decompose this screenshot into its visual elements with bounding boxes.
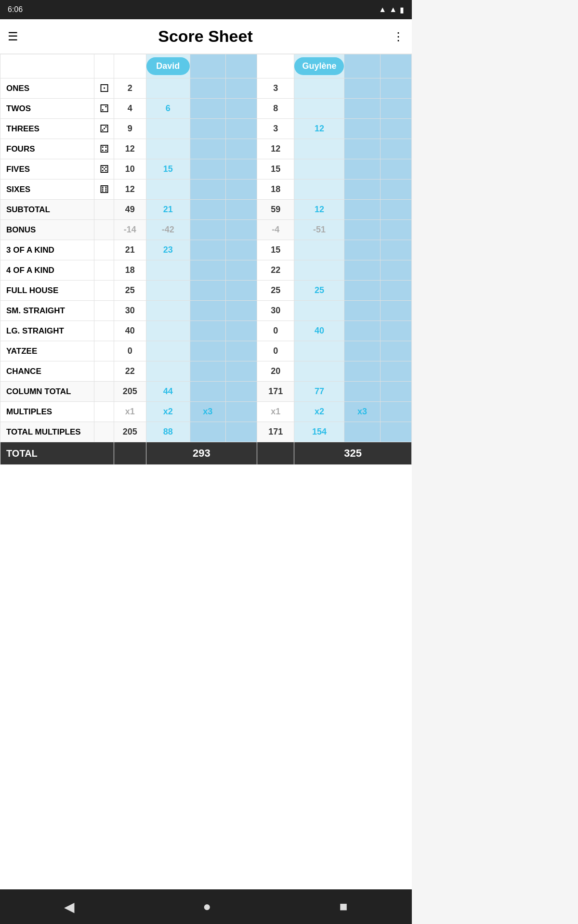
- total-divider: [257, 442, 294, 465]
- header-score-cell: [114, 54, 146, 78]
- dice-icon: [94, 402, 114, 422]
- row-label: FIVES: [0, 159, 94, 180]
- dice-icon: ⚄: [94, 159, 114, 180]
- base-score: 0: [114, 341, 146, 361]
- table-row: SIXES⚅1218: [0, 180, 412, 200]
- p2-base-score: 15: [257, 240, 294, 260]
- header-p2-score-cell: [257, 54, 294, 78]
- base-score: 12: [114, 180, 146, 200]
- base-score: 40: [114, 321, 146, 341]
- cell-value: 40: [294, 321, 344, 341]
- table-row: 3 OF A KIND212315: [0, 240, 412, 260]
- header-p2c-cell: [344, 54, 380, 78]
- p2-base-score: 22: [257, 260, 294, 281]
- header-p1c-cell: [225, 54, 257, 78]
- cell-value: 25: [294, 281, 344, 300]
- header-label-cell: [0, 54, 94, 78]
- page-title: Score Sheet: [18, 27, 393, 46]
- cell-value: x2: [146, 402, 190, 422]
- p2-base-score: 0: [257, 321, 294, 341]
- header-p1b-cell: [190, 54, 225, 78]
- row-label: TWOS: [0, 99, 94, 119]
- dice-icon: ⚂: [94, 119, 114, 139]
- table-row: MULTIPLESx1x2x3x1x2x3: [0, 402, 412, 422]
- base-score: 2: [114, 78, 146, 99]
- cell-value: x2: [294, 402, 344, 422]
- table-row: SUBTOTAL49215912: [0, 200, 412, 220]
- dice-icon: ⚅: [94, 180, 114, 200]
- p2-base-score: x1: [257, 402, 294, 422]
- table-row: ONES⚀23: [0, 78, 412, 99]
- row-label: COLUMN TOTAL: [0, 382, 94, 402]
- home-button[interactable]: ●: [203, 899, 211, 914]
- header-row: David Guylène: [0, 54, 412, 78]
- dice-icon: [94, 260, 114, 281]
- base-score: 18: [114, 260, 146, 281]
- battery-icon: ▮: [400, 5, 404, 14]
- cell-value: 44: [146, 382, 190, 401]
- dice-icon: [94, 301, 114, 321]
- p2-base-score: 25: [257, 281, 294, 301]
- row-label: FOURS: [0, 139, 94, 159]
- player1-total: 293: [146, 442, 257, 465]
- dice-icon: [94, 200, 114, 220]
- cell-value: 23: [146, 240, 190, 260]
- dice-icon: [94, 220, 114, 240]
- row-label: FULL HOUSE: [0, 281, 94, 301]
- row-label: SM. STRAIGHT: [0, 301, 94, 321]
- recent-button[interactable]: ■: [340, 899, 348, 914]
- base-score: 22: [114, 361, 146, 382]
- base-score: 49: [114, 200, 146, 220]
- p2-base-score: 171: [257, 422, 294, 442]
- header-dice-cell: [94, 54, 114, 78]
- table-row: TWOS⚁468: [0, 99, 412, 119]
- row-label: ONES: [0, 78, 94, 99]
- row-label: YATZEE: [0, 341, 94, 361]
- p2-base-score: 3: [257, 119, 294, 139]
- row-label: SIXES: [0, 180, 94, 200]
- p2-base-score: 15: [257, 159, 294, 180]
- menu-icon[interactable]: ☰: [8, 30, 18, 43]
- p2-base-score: 20: [257, 361, 294, 382]
- table-row: TOTAL MULTIPLES20588171154: [0, 422, 412, 442]
- score-sheet-content: David Guylène ONES⚀23TWOS⚁468THREES⚂9312…: [0, 54, 412, 889]
- dice-icon: ⚀: [94, 78, 114, 99]
- table-row: THREES⚂9312: [0, 119, 412, 139]
- table-row: CHANCE2220: [0, 361, 412, 382]
- p2-base-score: 3: [257, 78, 294, 99]
- base-score: 205: [114, 422, 146, 442]
- cell-value: x3: [344, 402, 380, 422]
- dice-icon: [94, 321, 114, 341]
- dice-icon: [94, 341, 114, 361]
- back-button[interactable]: ◀: [64, 899, 75, 915]
- player1-header: David: [146, 57, 190, 75]
- status-right: ▲ ▲ ▮: [379, 5, 404, 14]
- cell-value: 12: [294, 200, 344, 219]
- dice-icon: [94, 361, 114, 382]
- base-score: 4: [114, 99, 146, 119]
- cell-value: 77: [294, 382, 344, 401]
- base-score: 10: [114, 159, 146, 180]
- bottom-nav: ◀ ● ■: [0, 889, 412, 924]
- cell-value: 15: [146, 159, 190, 179]
- cell-value: 88: [146, 422, 190, 442]
- score-table: David Guylène ONES⚀23TWOS⚁468THREES⚂9312…: [0, 54, 412, 465]
- header-p2d-cell: [380, 54, 411, 78]
- cell-value: x3: [190, 402, 225, 422]
- status-left: 6:06: [8, 5, 23, 14]
- total-label: TOTAL: [0, 442, 114, 465]
- dice-icon: [94, 382, 114, 402]
- p2-base-score: 8: [257, 99, 294, 119]
- dice-icon: ⚃: [94, 139, 114, 159]
- base-score: 25: [114, 281, 146, 301]
- row-label: MULTIPLES: [0, 402, 94, 422]
- dice-icon: ⚁: [94, 99, 114, 119]
- more-options-icon[interactable]: ⋮: [393, 30, 404, 43]
- row-label: 3 OF A KIND: [0, 240, 94, 260]
- table-row: SM. STRAIGHT3030: [0, 301, 412, 321]
- table-row: FIVES⚄101515: [0, 159, 412, 180]
- base-score: 205: [114, 382, 146, 402]
- row-label: BONUS: [0, 220, 94, 240]
- top-bar: ☰ Score Sheet ⋮: [0, 19, 412, 54]
- row-label: SUBTOTAL: [0, 200, 94, 220]
